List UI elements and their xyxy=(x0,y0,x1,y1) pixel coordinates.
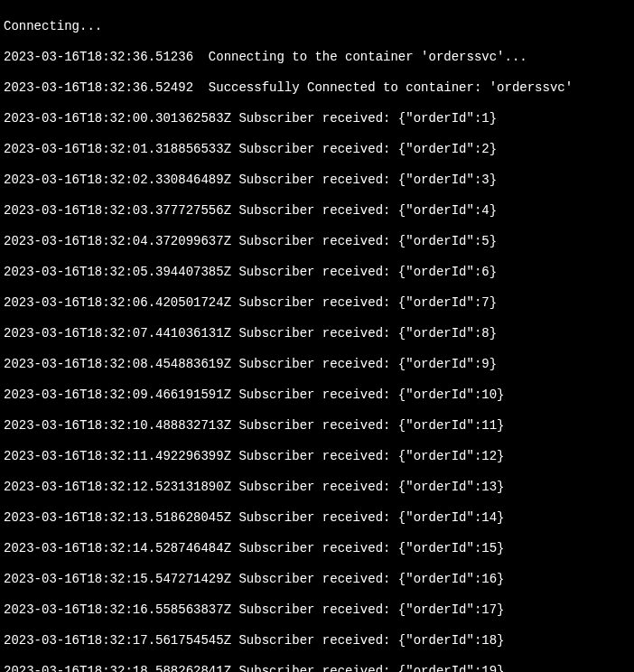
log-line: 2023-03-16T18:32:14.528746484Z Subscribe… xyxy=(4,541,630,556)
log-line: 2023-03-16T18:32:15.547271429Z Subscribe… xyxy=(4,572,630,587)
log-line: 2023-03-16T18:32:18.588262841Z Subscribe… xyxy=(4,664,630,672)
log-line: 2023-03-16T18:32:08.454883619Z Subscribe… xyxy=(4,357,630,372)
terminal-output: Connecting... 2023-03-16T18:32:36.51236 … xyxy=(4,4,630,672)
log-line: 2023-03-16T18:32:07.441036131Z Subscribe… xyxy=(4,326,630,341)
log-line: 2023-03-16T18:32:06.420501724Z Subscribe… xyxy=(4,295,630,311)
log-line: 2023-03-16T18:32:12.523131890Z Subscribe… xyxy=(4,480,630,495)
log-line: 2023-03-16T18:32:04.372099637Z Subscribe… xyxy=(4,234,630,249)
log-line: 2023-03-16T18:32:17.561754545Z Subscribe… xyxy=(4,633,630,649)
log-line: 2023-03-16T18:32:10.488832713Z Subscribe… xyxy=(4,418,630,434)
connection-line-2: 2023-03-16T18:32:36.52492 Successfully C… xyxy=(4,80,630,96)
log-line: 2023-03-16T18:32:09.466191591Z Subscribe… xyxy=(4,387,630,403)
log-line: 2023-03-16T18:32:02.330846489Z Subscribe… xyxy=(4,173,630,188)
log-line: 2023-03-16T18:32:03.377727556Z Subscribe… xyxy=(4,203,630,219)
connecting-text: Connecting... xyxy=(4,19,630,34)
log-line: 2023-03-16T18:32:00.301362583Z Subscribe… xyxy=(4,111,630,126)
log-line: 2023-03-16T18:32:13.518628045Z Subscribe… xyxy=(4,510,630,526)
log-line: 2023-03-16T18:32:11.492296399Z Subscribe… xyxy=(4,449,630,464)
log-line: 2023-03-16T18:32:01.318856533Z Subscribe… xyxy=(4,142,630,157)
log-line: 2023-03-16T18:32:16.558563837Z Subscribe… xyxy=(4,602,630,618)
connection-line-1: 2023-03-16T18:32:36.51236 Connecting to … xyxy=(4,50,630,65)
log-line: 2023-03-16T18:32:05.394407385Z Subscribe… xyxy=(4,265,630,280)
